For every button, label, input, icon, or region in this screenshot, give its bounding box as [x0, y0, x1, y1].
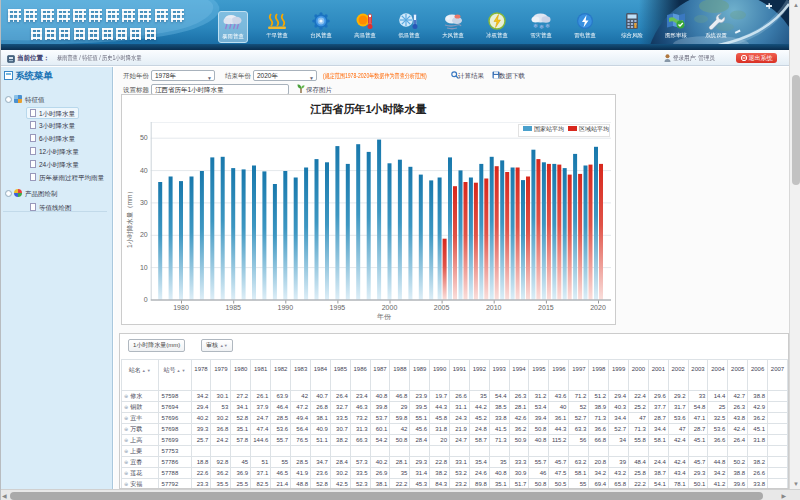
svg-text:❄: ❄ [545, 23, 550, 29]
svg-text:1985: 1985 [225, 304, 241, 311]
svg-text:20: 20 [140, 231, 148, 238]
svg-text:2020: 2020 [590, 304, 606, 311]
svg-text:40: 40 [140, 167, 148, 174]
svg-text:1小时降水量（mm）: 1小时降水量（mm） [126, 188, 134, 248]
svg-text:50: 50 [140, 134, 148, 141]
svg-text:2010: 2010 [486, 304, 502, 311]
svg-text:0: 0 [144, 296, 148, 303]
svg-text:❄: ❄ [533, 23, 538, 29]
svg-text:1995: 1995 [330, 304, 346, 311]
svg-text:年份: 年份 [377, 313, 392, 321]
svg-text:2015: 2015 [538, 304, 554, 311]
svg-text:2000: 2000 [382, 304, 398, 311]
svg-text:❄: ❄ [539, 24, 544, 30]
svg-text:30: 30 [140, 199, 148, 206]
svg-text:1990: 1990 [278, 304, 294, 311]
svg-text:1980: 1980 [173, 304, 189, 311]
svg-text:10: 10 [140, 264, 148, 271]
svg-text:2005: 2005 [434, 304, 450, 311]
